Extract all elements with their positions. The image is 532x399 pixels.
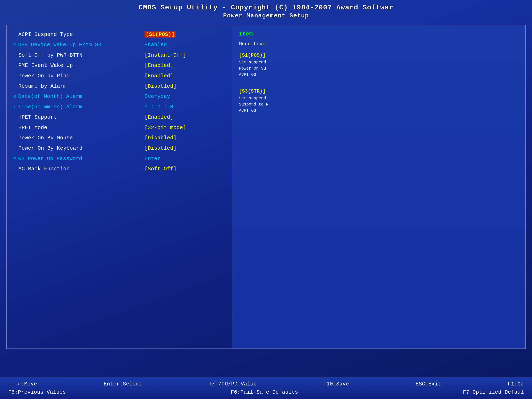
- x-marker-time-alarm: x: [13, 104, 16, 111]
- help-block-2: [S3(STR)] Set suspend Suspend to R ACPI …: [239, 89, 519, 114]
- help-value-1: [S1(POS)]: [239, 52, 519, 58]
- row-value-kb-power-password: Enter: [145, 155, 225, 162]
- row-value-soft-off-pwr: [Instant-Off]: [145, 51, 225, 59]
- footer-value-keys: +/-/PU/PD:Value: [209, 381, 257, 387]
- row-label-power-on-keyboard: Power On By Keyboard: [19, 145, 82, 152]
- row-label-kb-power-password: KB Power ON Password: [18, 155, 82, 162]
- footer-f1: F1:Ge: [508, 381, 524, 387]
- row-value-hpet-support: [Enabled]: [145, 114, 225, 121]
- menu-level-label: Menu Level: [239, 41, 519, 47]
- bios-row-resume-alarm[interactable]: xResume by Alarm[Disabled]: [13, 82, 225, 90]
- row-value-usb-device-wakeup: Enabled: [145, 41, 225, 48]
- bios-row-pme-event[interactable]: xPME Event Wake Up[Enabled]: [13, 62, 225, 69]
- help-text-1a: Set suspend: [239, 59, 519, 65]
- row-value-power-on-mouse: [Disabled]: [145, 134, 225, 142]
- bios-rows: xACPI Suspend Type[S1(POS)]xUSB Device W…: [13, 31, 225, 173]
- item-title: Item: [239, 31, 519, 37]
- footer-esc: ESC:Exit: [416, 381, 441, 387]
- bios-row-power-on-ring[interactable]: xPower On by Ring[Enabled]: [13, 72, 225, 80]
- row-label-resume-alarm: Resume by Alarm: [19, 82, 66, 90]
- row-value-hpet-mode: [32-bit mode]: [145, 124, 225, 131]
- bios-row-acpi-suspend-type[interactable]: xACPI Suspend Type[S1(POS)]: [13, 31, 225, 38]
- footer-enter-select: Enter:Select: [104, 381, 142, 387]
- help-text-2a: Set suspend: [239, 95, 519, 101]
- row-label-ac-back-function: AC Back Function: [19, 165, 70, 173]
- row-label-date-alarm: Date(of Month) Alarm: [18, 93, 82, 100]
- row-value-power-on-keyboard: [Disabled]: [145, 145, 225, 152]
- footer-row2: F5:Previous Values F6:Fail-Safe Defaults…: [8, 389, 524, 395]
- row-label-power-on-mouse: Power On By Mouse: [19, 134, 73, 142]
- row-label-time-alarm: Time(hh:mm:ss) Alarm: [18, 103, 82, 111]
- row-label-power-on-ring: Power On by Ring: [19, 72, 70, 80]
- bios-row-power-on-keyboard[interactable]: xPower On By Keyboard[Disabled]: [13, 145, 225, 152]
- bios-row-power-on-mouse[interactable]: xPower On By Mouse[Disabled]: [13, 134, 225, 142]
- footer-move: ↑↓→←:Move: [8, 381, 37, 387]
- row-label-acpi-suspend-type: ACPI Suspend Type: [19, 31, 73, 38]
- row-label-usb-device-wakeup: USB Device Wake-Up From S3: [18, 41, 101, 48]
- bios-row-time-alarm[interactable]: xTime(hh:mm:ss) Alarm0 : 0 : 0: [13, 103, 225, 111]
- header-title: CMOS Setup Utility - Copyright (C) 1984-…: [0, 4, 532, 12]
- bios-row-date-alarm[interactable]: xDate(of Month) AlarmEveryday: [13, 93, 225, 100]
- value-highlight-acpi-suspend-type: [S1(POS)]: [145, 32, 176, 38]
- row-value-acpi-suspend-type: [S1(POS)]: [145, 31, 225, 38]
- x-marker-kb-power-password: x: [13, 155, 16, 162]
- help-text-2b: Suspend to R: [239, 101, 519, 108]
- row-value-pme-event: [Enabled]: [145, 62, 225, 69]
- help-gap: [239, 84, 519, 89]
- help-text-2c: ACPI OS: [239, 108, 519, 114]
- row-value-time-alarm: 0 : 0 : 0: [145, 103, 225, 111]
- bios-row-hpet-mode[interactable]: xHPET Mode[32-bit mode]: [13, 124, 225, 131]
- right-panel: Item Menu Level [S1(POS)] Set suspend Po…: [232, 25, 526, 348]
- bios-row-ac-back-function[interactable]: xAC Back Function[Soft-Off]: [13, 165, 225, 173]
- help-value-2: [S3(STR)]: [239, 89, 519, 94]
- bios-row-kb-power-password[interactable]: xKB Power ON PasswordEnter: [13, 155, 225, 162]
- footer-row1: ↑↓→←:Move Enter:Select +/-/PU/PD:Value F…: [8, 381, 524, 387]
- footer: ↑↓→←:Move Enter:Select +/-/PU/PD:Value F…: [0, 377, 532, 399]
- bios-row-usb-device-wakeup[interactable]: xUSB Device Wake-Up From S3Enabled: [13, 41, 225, 48]
- row-label-hpet-mode: HPET Mode: [19, 124, 47, 131]
- footer-f6: F6:Fail-Safe Defaults: [231, 389, 298, 395]
- row-value-power-on-ring: [Enabled]: [145, 72, 225, 80]
- row-value-resume-alarm: [Disabled]: [145, 82, 225, 90]
- help-text-1b: Power On Su: [239, 65, 519, 72]
- footer-f7: F7:Optimized Defaul: [463, 389, 524, 395]
- help-block-1: [S1(POS)] Set suspend Power On Su ACPI O…: [239, 52, 519, 78]
- header-subtitle: Power Management Setup: [0, 12, 532, 19]
- main-container: xACPI Suspend Type[S1(POS)]xUSB Device W…: [6, 25, 526, 349]
- row-label-pme-event: PME Event Wake Up: [19, 62, 73, 69]
- bios-row-hpet-support[interactable]: xHPET Support[Enabled]: [13, 114, 225, 121]
- row-value-ac-back-function: [Soft-Off]: [145, 165, 225, 173]
- help-text-1c: ACPI OS: [239, 72, 519, 78]
- header: CMOS Setup Utility - Copyright (C) 1984-…: [0, 0, 532, 21]
- row-label-hpet-support: HPET Support: [19, 114, 57, 121]
- row-value-date-alarm: Everyday: [145, 93, 225, 100]
- footer-f10: F10:Save: [323, 381, 349, 387]
- left-panel: xACPI Suspend Type[S1(POS)]xUSB Device W…: [6, 25, 232, 348]
- bios-row-soft-off-pwr[interactable]: xSoft-Off by PWR-BTTN[Instant-Off]: [13, 51, 225, 59]
- screen: CMOS Setup Utility - Copyright (C) 1984-…: [0, 0, 532, 399]
- row-label-soft-off-pwr: Soft-Off by PWR-BTTN: [19, 51, 82, 59]
- x-marker-date-alarm: x: [13, 93, 16, 100]
- x-marker-usb-device-wakeup: x: [13, 41, 16, 48]
- footer-f5: F5:Previous Values: [8, 389, 66, 395]
